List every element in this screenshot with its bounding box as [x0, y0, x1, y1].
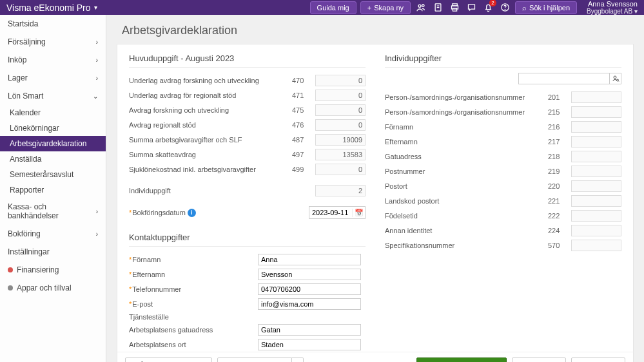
indiv-row-label: Postnummer [385, 167, 548, 175]
huvud-row-value [315, 149, 366, 160]
chevron-right-icon: › [96, 57, 98, 64]
indiv-row-value [571, 121, 621, 133]
user-name: Anna Svensson [587, 0, 638, 8]
contact-input[interactable] [258, 339, 361, 350]
indiv-row-value [571, 151, 621, 162]
bell-icon[interactable]: 2 [481, 1, 495, 15]
individuppgift-label: Individuppgift [129, 187, 292, 195]
bokforingsdatum-input[interactable] [309, 209, 352, 216]
nav-installningar[interactable]: Inställningar [0, 243, 106, 261]
nav-lager[interactable]: Lager› [0, 69, 106, 87]
kontaktuppgifter-header: Kontaktuppgifter [129, 233, 366, 247]
huvud-row-value [315, 164, 366, 175]
individ-search-button[interactable] [610, 73, 621, 84]
chevron-down-icon[interactable]: ▾ [94, 4, 97, 11]
nav-kalender[interactable]: Kalender [0, 105, 106, 120]
nav-lonekorningar[interactable]: Lönekörningar [0, 120, 106, 136]
nav-forsaljning[interactable]: Försäljning› [0, 33, 106, 51]
nav-inkop[interactable]: Inköp› [0, 51, 106, 69]
help-icon[interactable] [498, 1, 512, 15]
nav-bokforing[interactable]: Bokföring› [0, 225, 106, 243]
status-dot-icon [8, 285, 13, 291]
send-and-book-button[interactable]: Skicka och bokför▾ [416, 357, 507, 362]
indiv-row-value [571, 136, 621, 148]
contact-label: Efternamn [129, 271, 258, 278]
nav-startsida[interactable]: Startsida [0, 15, 106, 33]
individuppgift-value [315, 185, 366, 196]
huvud-row-code: 476 [292, 121, 315, 129]
nav-arbetsgivardeklaration[interactable]: Arbetsgivardeklaration [0, 136, 106, 151]
huvud-row-label: Avdrag forskning och utveckling [129, 106, 292, 114]
contact-input[interactable] [258, 269, 361, 280]
indiv-row-value [571, 91, 621, 103]
svg-point-8 [614, 76, 616, 79]
indiv-row-label: Person-/samordnings-/organisationsnummer [385, 93, 548, 101]
nav-kassa[interactable]: Kassa- och bankhändelser› [0, 198, 106, 225]
create-new-button[interactable]: +Skapa ny [360, 1, 411, 14]
nav-finansiering[interactable]: Finansiering [0, 261, 106, 279]
indiv-row-label: Efternamn [385, 138, 548, 146]
indiv-row-label: Förnamn [385, 123, 548, 131]
contact-input[interactable] [258, 298, 361, 310]
help-search[interactable]: ⌕Sök i hjälpen [515, 1, 577, 14]
content-area: Arbetsgivardeklaration Huvuduppgift - Au… [106, 15, 644, 362]
nav-lon-smart[interactable]: Lön Smart⌄ [0, 87, 106, 105]
contact-input[interactable] [258, 283, 361, 295]
indiv-row-value [571, 240, 621, 251]
close-button[interactable]: Stäng [571, 357, 625, 362]
calendar-icon[interactable]: 📅 [352, 209, 365, 217]
huvud-row-code: 471 [292, 91, 315, 99]
save-button[interactable]: Spara [512, 357, 566, 362]
huvud-row-value [315, 104, 366, 116]
footer-toolbar: Gå till skatteverket.se Förhandsgranska … [117, 352, 634, 362]
users-icon[interactable] [414, 1, 428, 15]
huvud-row-label: Underlag avdrag för regionalt stöd [129, 91, 292, 99]
indiv-row-code: 219 [548, 167, 571, 175]
indiv-row-code: 570 [548, 242, 571, 249]
huvud-row-label: Summa skatteavdrag [129, 151, 292, 158]
skatteverket-button[interactable]: Gå till skatteverket.se [125, 357, 212, 362]
huvuduppgift-header: Huvuduppgift - Augusti 2023 [129, 53, 366, 68]
huvud-row-label: Avdrag regionalt stöd [129, 121, 292, 129]
search-icon: ⌕ [522, 4, 527, 12]
individ-search-input[interactable] [518, 73, 610, 84]
svg-point-7 [505, 9, 505, 10]
svg-point-0 [418, 5, 421, 7]
indiv-row-label: Landskod postort [385, 197, 548, 205]
huvud-row-value [315, 119, 366, 131]
nav-semesterarsavslut[interactable]: Semesterårsavslut [0, 167, 106, 182]
contact-label: Tjänsteställe [129, 313, 258, 321]
indiv-row-code: 221 [548, 197, 571, 205]
chevron-right-icon: › [96, 75, 98, 82]
indiv-row-label: Födelsetid [385, 212, 548, 220]
huvud-row-label: Sjuklönekostnad inkl. arbetsgivaravgifte… [129, 166, 292, 173]
guide-button[interactable]: Guida mig [310, 1, 356, 14]
contact-input[interactable] [258, 254, 361, 265]
huvud-row-value [315, 75, 366, 86]
indiv-row-code: 220 [548, 182, 571, 190]
chat-icon[interactable] [464, 1, 478, 15]
individuppgifter-header: Individuppgifter [385, 53, 621, 68]
indiv-row-value [571, 210, 621, 222]
print-icon[interactable] [447, 1, 462, 15]
huvud-row-code: 470 [292, 77, 315, 84]
app-title: Visma eEkonomi Pro [6, 3, 90, 13]
indiv-row-label: Gatuadress [385, 153, 548, 160]
document-icon[interactable] [431, 1, 445, 15]
indiv-row-label: Person-/samordnings-/organisationsnummer [385, 108, 548, 116]
status-dot-icon [8, 267, 13, 272]
info-icon[interactable]: i [188, 209, 196, 217]
nav-rapporter[interactable]: Rapporter [0, 182, 106, 198]
chevron-right-icon: › [96, 39, 98, 46]
nav-anstallda[interactable]: Anställda [0, 151, 106, 167]
chevron-down-icon: ⌄ [93, 93, 98, 100]
preview-dropdown[interactable]: ▾ [292, 357, 304, 362]
main-panel: Huvuduppgift - Augusti 2023 Underlag avd… [117, 44, 634, 352]
nav-appar[interactable]: Appar och tillval [0, 279, 106, 297]
huvud-row-code: 475 [292, 106, 315, 114]
user-menu[interactable]: Anna Svensson Byggbolaget AB ▾ [587, 0, 638, 15]
contact-input[interactable] [258, 324, 361, 336]
chevron-right-icon: › [96, 231, 98, 238]
notification-badge: 2 [489, 0, 496, 6]
preview-button[interactable]: Förhandsgranska [217, 357, 292, 362]
